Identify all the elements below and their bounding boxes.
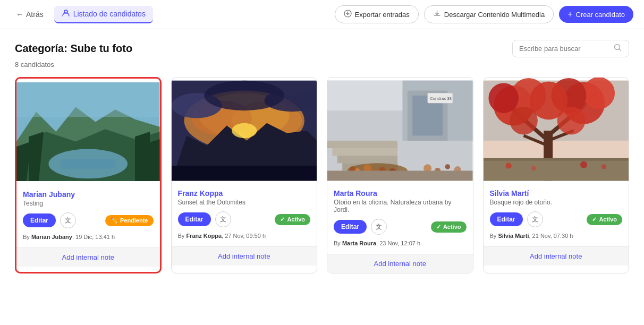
candidate-name-3: Silvia Martí: [490, 189, 623, 198]
svg-point-44: [445, 164, 450, 169]
status-badge-0: ✏️ Pendiente: [105, 215, 154, 226]
candidate-card-2: Construc 38: [327, 77, 473, 273]
translate-button-1[interactable]: 文: [215, 211, 231, 227]
card-actions-3: Editar 文 ✓ Activo: [490, 211, 623, 227]
candidate-name-2: Marta Roura: [334, 189, 467, 198]
check-icon-2: ✓: [436, 224, 441, 230]
svg-point-23: [232, 123, 257, 138]
header-actions: Exportar entradas Descargar Contenido Mu…: [335, 5, 634, 23]
translate-button-0[interactable]: 文: [60, 212, 76, 228]
svg-point-60: [488, 83, 519, 113]
svg-rect-12: [16, 82, 160, 117]
candidate-name-0: Marian Jubany: [23, 190, 154, 199]
create-label: Crear candidato: [576, 11, 625, 19]
svg-marker-11: [135, 132, 150, 181]
card-actions-0: Editar 文 ✏️ Pendiente: [23, 212, 154, 228]
candidate-desc-2: Otoño en la oficina. Naturaleza urbana b…: [334, 199, 467, 213]
svg-point-70: [531, 166, 536, 170]
add-note-button-1[interactable]: Add internal note: [172, 246, 317, 266]
search-icon: [614, 44, 622, 54]
status-badge-1: ✓ Activo: [275, 214, 310, 225]
header: ← Atrás Listado de candidatos Exportar e…: [0, 0, 644, 29]
add-icon: +: [567, 10, 572, 19]
edit-button-2[interactable]: Editar: [334, 220, 367, 234]
title-row: Categoría: Sube tu foto: [15, 40, 629, 57]
candidate-card-1: Franz Koppa Sunset at the Dolomites Edit…: [171, 77, 318, 273]
back-label: Atrás: [26, 10, 44, 19]
candidate-desc-3: Bosque rojo de otoño.: [490, 199, 623, 206]
svg-point-20: [204, 81, 284, 111]
edit-button-3[interactable]: Editar: [490, 212, 523, 226]
svg-rect-32: [332, 148, 397, 156]
svg-rect-7: [61, 159, 115, 169]
back-button[interactable]: ← Atrás: [11, 7, 49, 22]
svg-rect-46: [327, 170, 473, 181]
candidate-name-1: Franz Koppa: [178, 189, 311, 198]
svg-rect-31: [327, 141, 397, 148]
check-icon-3: ✓: [592, 216, 597, 223]
edit-button-1[interactable]: Editar: [178, 212, 211, 226]
svg-point-62: [582, 78, 614, 109]
search-box: [512, 40, 629, 57]
card-body-0: Marian Jubany Testing Editar 文 ✏️ Pendie…: [16, 185, 160, 247]
translate-icon-3: 文: [532, 215, 538, 224]
nav-tab-candidates[interactable]: Listado de candidatos: [54, 6, 153, 23]
by-line-2: By Marta Roura, 23 Nov, 12:07 h: [334, 240, 467, 246]
add-note-button-2[interactable]: Add internal note: [327, 254, 473, 273]
candidate-card-0: Marian Jubany Testing Editar 文 ✏️ Pendie…: [15, 77, 162, 273]
candidate-image-0: [16, 79, 160, 185]
translate-icon-1: 文: [220, 215, 226, 224]
nav-tab-label: Listado de candidatos: [73, 10, 146, 18]
candidate-card-3: Silvia Martí Bosque rojo de otoño. Edita…: [483, 77, 630, 273]
card-body-3: Silvia Martí Bosque rojo de otoño. Edita…: [484, 184, 629, 246]
candidate-image-1: [172, 78, 317, 184]
download-button[interactable]: Descargar Contenido Multimedia: [424, 5, 554, 23]
translate-icon-0: 文: [65, 216, 71, 225]
by-line-1: By Franz Koppa, 27 Nov, 09:50 h: [178, 233, 311, 239]
translate-button-2[interactable]: 文: [371, 219, 387, 235]
download-icon: [433, 10, 441, 19]
candidate-desc-0: Testing: [23, 200, 154, 207]
card-body-2: Marta Roura Otoño en la oficina. Natural…: [327, 184, 473, 254]
page-title: Categoría: Sube tu foto: [15, 42, 132, 55]
export-icon: [344, 10, 352, 19]
candidate-image-3: [484, 78, 629, 184]
svg-point-65: [510, 107, 538, 135]
translate-button-3[interactable]: 文: [527, 211, 543, 227]
svg-point-69: [505, 162, 511, 168]
svg-rect-68: [484, 161, 629, 181]
pencil-icon-0: ✏️: [111, 217, 118, 224]
create-candidate-button[interactable]: + Crear candidato: [559, 6, 633, 23]
search-input[interactable]: [519, 45, 609, 53]
svg-point-66: [557, 107, 585, 135]
svg-rect-33: [337, 156, 397, 163]
export-button[interactable]: Exportar entradas: [335, 5, 419, 23]
card-actions-2: Editar 文 ✓ Activo: [334, 219, 467, 235]
candidate-image-2: Construc 38: [327, 78, 473, 184]
candidates-count: 8 candidatos: [15, 61, 629, 69]
add-note-button-0[interactable]: Add internal note: [16, 247, 160, 267]
status-badge-3: ✓ Activo: [587, 214, 622, 225]
back-arrow-icon: ←: [16, 10, 23, 19]
candidates-icon: [62, 9, 70, 19]
by-line-0: By Marian Jubany, 19 Dic, 13:41 h: [23, 234, 154, 240]
candidate-desc-1: Sunset at the Dolomites: [178, 199, 311, 206]
check-icon-1: ✓: [280, 216, 285, 223]
svg-point-72: [601, 164, 606, 169]
export-label: Exportar entradas: [355, 11, 410, 19]
download-label: Descargar Contenido Multimedia: [444, 11, 545, 19]
card-body-1: Franz Koppa Sunset at the Dolomites Edit…: [172, 184, 317, 246]
translate-icon-2: 文: [376, 223, 382, 232]
main-content: Categoría: Sube tu foto 8 candidatos: [0, 29, 644, 284]
svg-point-71: [580, 161, 587, 168]
card-actions-1: Editar 文 ✓ Activo: [178, 211, 311, 227]
by-line-3: By Silvia Martí, 21 Nov, 07:30 h: [490, 233, 623, 239]
edit-button-0[interactable]: Editar: [23, 213, 56, 227]
status-badge-2: ✓ Activo: [431, 221, 467, 233]
add-note-button-3[interactable]: Add internal note: [484, 246, 629, 266]
svg-rect-22: [172, 166, 317, 181]
svg-text:Construc 38: Construc 38: [430, 96, 452, 101]
candidates-grid: Marian Jubany Testing Editar 文 ✏️ Pendie…: [15, 77, 629, 273]
